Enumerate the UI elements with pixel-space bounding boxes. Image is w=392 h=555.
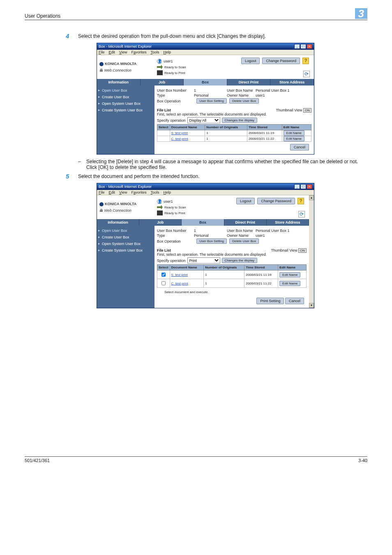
logout-button[interactable]: Logout [236,198,255,204]
box-operation-label: Box Operation [157,99,194,103]
doc-link[interactable]: S_test print [170,130,205,136]
type-value: Personal [194,234,227,238]
scan-status: Ready to Scan [164,206,186,209]
refresh-icon[interactable]: ⟳ [303,71,310,77]
edit-name-button[interactable]: Edit Name [279,272,300,278]
doc-link[interactable]: C_test print [170,279,204,288]
help-icon[interactable]: ? [297,198,304,204]
browser-window: Box - Microsoft Internet Explorer _ □ × … [97,183,314,308]
col-num: Number of Originals [205,125,247,130]
doc-time: 2008/03/21 11:19 [244,271,278,279]
userbox-name-label: User Box Name [227,229,256,233]
nav-open-user-box[interactable]: Open User Box [97,227,154,234]
scroll-down-icon[interactable]: ▾ [309,303,314,308]
print-setting-button[interactable]: Print Setting [256,298,284,304]
vertical-scrollbar[interactable]: ▴ ▾ [309,195,314,308]
user-icon: 👤 [157,199,162,204]
refresh-icon[interactable]: ⟳ [298,211,305,217]
close-button[interactable]: × [307,44,312,49]
changes-display-button[interactable]: Changes the display [222,258,258,263]
change-password-button[interactable]: Change Password [257,198,295,204]
menu-view[interactable]: View [119,190,127,194]
menu-file[interactable]: File [99,50,105,54]
nav-create-user-box[interactable]: Create User Box [97,94,154,100]
file-table: Select Document Name Number of Originals… [157,264,307,288]
window-title: Box - Microsoft Internet Explorer [99,44,152,49]
cancel-button[interactable]: Cancel [290,144,309,150]
tab-job[interactable]: Job [141,79,184,86]
menu-tools[interactable]: Tools [150,50,159,54]
userbox-setting-button[interactable]: User Box Setting [196,238,227,244]
tab-box[interactable]: Box [184,79,227,86]
edit-name-button[interactable]: Edit Name [284,130,304,136]
maximize-button[interactable]: □ [300,44,306,49]
row-checkbox[interactable] [161,273,166,277]
tab-job[interactable]: Job [139,219,182,226]
username: user1 [164,199,173,204]
delete-userbox-button[interactable]: Delete User Box [229,98,259,104]
table-row: S_test print 1 2008/03/21 11:19 Edit Nam… [157,130,311,136]
print-status: Ready to Print [164,71,185,75]
change-password-button[interactable]: Change Password [262,58,300,64]
logout-button[interactable]: Logout [241,58,260,64]
menu-view[interactable]: View [119,50,127,54]
nav-open-system-user-box[interactable]: Open System User Box [97,240,154,247]
delete-userbox-button[interactable]: Delete User Box [229,238,259,244]
menu-help[interactable]: Help [163,50,171,54]
changes-display-button[interactable]: Changes the display [222,118,258,123]
tab-direct-print[interactable]: Direct Print [227,79,271,86]
tab-information[interactable]: Information [97,219,139,226]
specify-operation-select[interactable]: Print [187,257,220,264]
table-row: C_test print 1 2008/03/21 11:22 Edit Nam… [157,136,311,142]
row-checkbox[interactable] [161,281,166,285]
nav-create-system-user-box[interactable]: Create System User Box [97,247,154,254]
scan-status-icon [157,205,163,210]
step-5-text: Select the document and perform the inte… [78,173,200,180]
minimize-button[interactable]: _ [294,44,300,49]
thumbnail-toggle[interactable]: ON [303,108,311,113]
help-icon[interactable]: ? [302,58,309,64]
menu-help[interactable]: Help [163,190,171,194]
scroll-up-icon[interactable]: ▴ [309,195,314,200]
close-button[interactable]: × [307,184,312,189]
specify-operation-select[interactable]: Display All [187,117,220,123]
menu-favorites[interactable]: Favorites [131,190,146,194]
tab-store-address[interactable]: Store Address [270,79,314,86]
edit-name-button[interactable]: Edit Name [279,281,300,286]
userbox-setting-button[interactable]: User Box Setting [196,98,227,104]
note-text: Selecting the [Delete] in step 4 will ca… [86,159,367,170]
menu-tools[interactable]: Tools [150,190,159,194]
maximize-button[interactable]: □ [300,184,306,189]
tab-box[interactable]: Box [182,219,224,226]
scan-status: Ready to Scan [164,65,186,69]
doc-link[interactable]: C_test print [170,136,205,142]
cancel-button[interactable]: Cancel [285,298,304,304]
table-row: C_test print 1 2008/03/21 11:22 Edit Nam… [157,279,307,288]
doc-num: 1 [205,130,247,136]
nav-create-user-box[interactable]: Create User Box [97,234,154,240]
userbox-number-label: User Box Number [157,88,194,92]
nav-create-system-user-box[interactable]: Create System User Box [97,107,154,113]
tab-information[interactable]: Information [97,79,141,86]
menu-edit[interactable]: Edit [109,50,115,54]
userbox-name-label: User Box Name [227,88,256,92]
tab-direct-print[interactable]: Direct Print [224,219,267,226]
col-num: Number of Originals [204,265,244,271]
doc-num: 1 [205,136,247,142]
menu-file[interactable]: File [99,190,105,194]
edit-name-button[interactable]: Edit Name [284,136,304,141]
thumbnail-toggle[interactable]: ON [298,248,307,253]
nav-open-user-box[interactable]: Open User Box [97,87,154,94]
print-status: Ready to Print [164,211,185,215]
col-time: Time Stored [244,265,278,271]
scan-status-icon [157,65,163,69]
menu-edit[interactable]: Edit [109,190,115,194]
col-time: Time Stored [247,125,282,130]
userbox-number-value: 1 [194,88,227,92]
nav-open-system-user-box[interactable]: Open System User Box [97,100,154,107]
minimize-button[interactable]: _ [294,184,300,189]
tab-store-address[interactable]: Store Address [267,219,309,226]
doc-link[interactable]: S_test print [170,271,204,279]
menu-favorites[interactable]: Favorites [131,50,146,54]
select-and-execute: Select document and execute. [164,290,307,294]
